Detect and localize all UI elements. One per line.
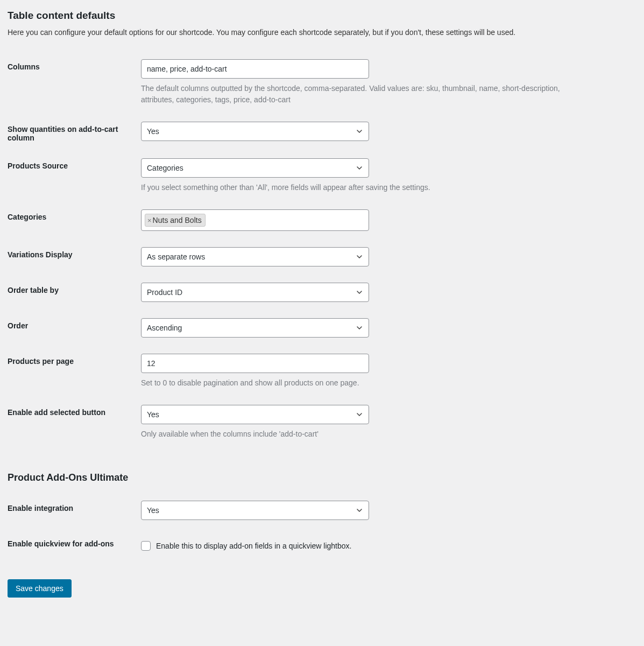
enable-integration-label: Enable integration [8,494,141,530]
addons-form: Enable integration Yes Enable quickview … [8,494,636,565]
order-by-select[interactable]: Product ID [141,283,369,302]
order-select[interactable]: Ascending [141,318,369,338]
products-source-select[interactable]: Categories [141,158,369,178]
add-selected-label: Enable add selected button [8,398,141,450]
columns-input[interactable] [141,59,369,79]
section-title: Table content defaults [8,10,636,22]
quickview-checkbox[interactable] [141,541,151,551]
columns-label: Columns [8,53,141,115]
category-tag[interactable]: × Nuts and Bolts [145,214,206,227]
close-icon[interactable]: × [147,217,152,224]
show-quantities-label: Show quantities on add-to-cart column [8,115,141,152]
per-page-help: Set to 0 to disable pagination and show … [141,377,582,389]
per-page-label: Products per page [8,347,141,398]
save-button[interactable]: Save changes [8,579,72,598]
categories-input[interactable]: × Nuts and Bolts [141,209,369,231]
show-quantities-select[interactable]: Yes [141,122,369,141]
variations-display-label: Variations Display [8,241,141,276]
category-tag-label: Nuts and Bolts [153,216,202,224]
add-selected-help: Only available when the columns include … [141,429,582,440]
section-description: Here you can configure your default opti… [8,28,636,37]
categories-label: Categories [8,203,141,241]
order-label: Order [8,312,141,347]
quickview-label: Enable quickview for add-ons [8,530,141,565]
columns-help: The default columns outputted by the sho… [141,83,582,106]
section-title-addons: Product Add-Ons Ultimate [8,472,636,483]
products-source-help: If you select something other than 'All'… [141,182,582,193]
settings-form: Columns The default columns outputted by… [8,53,636,450]
enable-integration-select[interactable]: Yes [141,501,369,520]
quickview-desc: Enable this to display add-on fields in … [156,542,351,550]
order-by-label: Order table by [8,276,141,312]
add-selected-select[interactable]: Yes [141,405,369,424]
variations-display-select[interactable]: As separate rows [141,247,369,266]
products-source-label: Products Source [8,152,141,203]
per-page-input[interactable] [141,354,369,373]
